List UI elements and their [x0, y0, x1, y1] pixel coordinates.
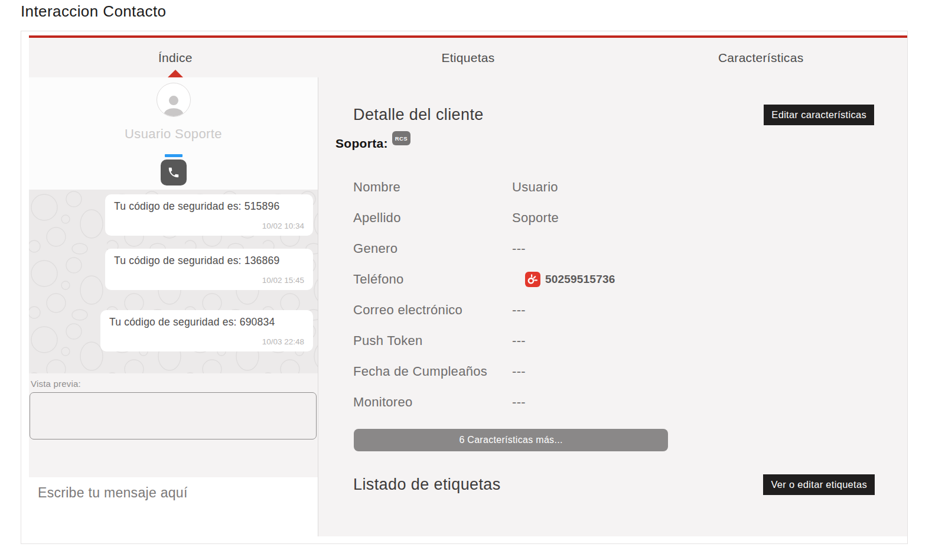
tab-caracteristicas[interactable]: Características: [614, 38, 907, 77]
contact-card: Índice Etiquetas Características Usuario…: [29, 35, 907, 536]
message-text: Tu código de seguridad es: 136869: [114, 255, 304, 267]
more-characteristics-button[interactable]: 6 Características más...: [354, 429, 668, 451]
conversation-panel: Usuario Soporte: [29, 77, 318, 536]
field-label: Push Token: [353, 333, 512, 349]
field-value: ---: [512, 302, 526, 318]
chat-history[interactable]: Tu código de seguridad es: 515896 10/02 …: [29, 190, 318, 373]
preview-box: [30, 392, 317, 439]
field-row-nombre: Nombre Usuario: [353, 172, 615, 203]
detail-header: Detalle del cliente Editar característic…: [353, 105, 874, 125]
message-text: Tu código de seguridad es: 690834: [109, 316, 304, 328]
message-composer: Escribe tu mensaje aquí: [29, 477, 318, 536]
phone-icon: [167, 166, 180, 179]
page-title: Interaccion Contacto: [21, 2, 166, 21]
field-row-telefono: Teléfono 50259515736: [353, 264, 615, 295]
tab-etiquetas-label: Etiquetas: [441, 51, 494, 65]
field-label: Monitoreo: [353, 395, 512, 410]
preview-section: Vista previa:: [29, 373, 318, 477]
channel-active-bar: [165, 154, 183, 157]
field-value: ---: [512, 333, 526, 349]
field-value-phone: 50259515736: [525, 272, 615, 287]
field-label: Teléfono: [353, 272, 512, 287]
field-row-apellido: Apellido Soporte: [353, 203, 615, 233]
client-detail-panel: Detalle del cliente Editar característic…: [318, 77, 907, 536]
field-row-correo: Correo electrónico ---: [353, 295, 615, 325]
field-row-genero: Genero ---: [353, 233, 615, 264]
tab-caracteristicas-label: Características: [718, 51, 804, 65]
field-label: Apellido: [353, 210, 512, 226]
chat-message: Tu código de seguridad es: 515896 10/02 …: [105, 194, 313, 236]
contact-profile-header: Usuario Soporte: [29, 77, 318, 190]
channel-selector: [161, 154, 187, 185]
field-label: Genero: [353, 241, 512, 256]
field-value: ---: [512, 241, 526, 256]
phone-channel-button[interactable]: [161, 159, 187, 185]
message-input[interactable]: Escribe tu mensaje aquí: [29, 477, 318, 536]
person-icon: [161, 93, 187, 116]
field-value: Soporte: [512, 210, 559, 226]
message-text: Tu código de seguridad es: 515896: [114, 200, 304, 213]
phone-brand-icon: [525, 272, 540, 287]
field-row-cumpleanos: Fecha de Cumpleaños ---: [353, 356, 615, 387]
supports-label: Soporta:: [335, 136, 388, 151]
edit-tags-button[interactable]: Ver o editar etiquetas: [763, 474, 875, 495]
field-label: Nombre: [353, 180, 512, 195]
tags-title: Listado de etiquetas: [353, 476, 501, 494]
tags-header: Listado de etiquetas Ver o editar etique…: [353, 474, 875, 495]
tab-indice-label: Índice: [158, 51, 193, 65]
message-timestamp: 10/03 22:48: [109, 337, 304, 346]
contact-interaction-panel: Índice Etiquetas Características Usuario…: [21, 31, 908, 544]
contact-name: Usuario Soporte: [125, 126, 222, 142]
supports-row: Soporta: RCS: [335, 136, 410, 151]
field-row-push-token: Push Token ---: [353, 325, 615, 356]
message-timestamp: 10/02 10:34: [114, 222, 304, 230]
chat-message: Tu código de seguridad es: 690834 10/03 …: [100, 310, 313, 351]
phone-number: 50259515736: [545, 273, 615, 286]
avatar: [157, 83, 191, 117]
field-row-monitoreo: Monitoreo ---: [353, 387, 615, 418]
tab-bar: Índice Etiquetas Características: [29, 38, 907, 77]
client-fields: Nombre Usuario Apellido Soporte Genero -…: [353, 172, 615, 418]
field-value: ---: [512, 364, 526, 379]
rcs-badge: RCS: [392, 131, 410, 145]
field-label: Correo electrónico: [353, 302, 512, 318]
chat-message: Tu código de seguridad es: 136869 10/02 …: [105, 249, 313, 290]
active-tab-indicator: [168, 70, 183, 77]
tab-indice[interactable]: Índice: [29, 38, 322, 77]
edit-characteristics-button[interactable]: Editar características: [764, 105, 874, 125]
detail-title: Detalle del cliente: [353, 106, 484, 124]
message-timestamp: 10/02 15:45: [114, 276, 304, 285]
tab-etiquetas[interactable]: Etiquetas: [322, 38, 615, 77]
field-value: Usuario: [512, 180, 558, 195]
field-label: Fecha de Cumpleaños: [353, 364, 512, 379]
field-value: ---: [512, 395, 526, 410]
preview-label: Vista previa:: [31, 379, 318, 389]
